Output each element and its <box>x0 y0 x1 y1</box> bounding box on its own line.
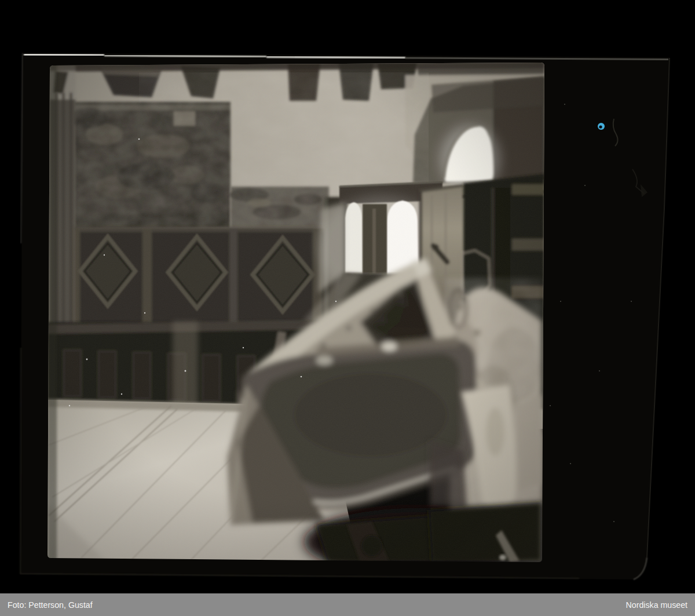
svg-text:Nordiska museet: Nordiska museet <box>626 600 688 610</box>
svg-text:Foto: Petterson, Gustaf: Foto: Petterson, Gustaf <box>8 600 93 610</box>
